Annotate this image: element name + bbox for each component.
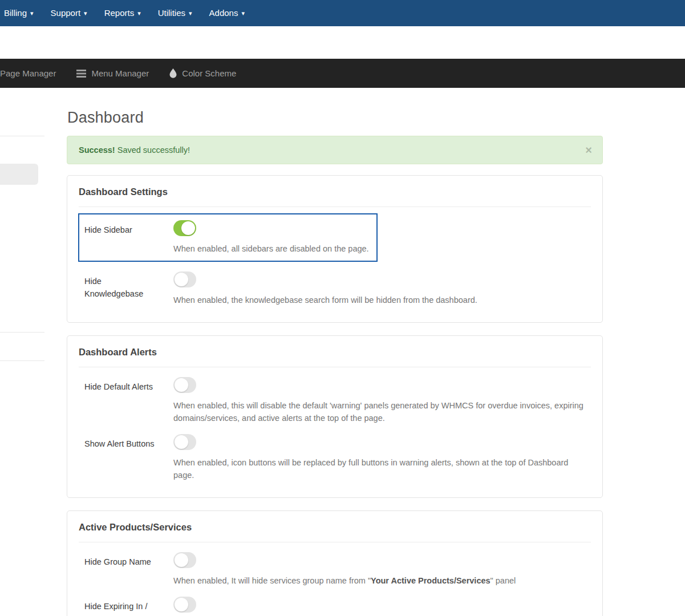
card-title: Dashboard Settings	[67, 176, 602, 206]
setting-row-hide-knowledgebase: Hide Knowledgebase When enabled, the kno…	[67, 262, 602, 306]
caret-down-icon: ▾	[30, 0, 34, 26]
hide-default-alerts-toggle[interactable]	[173, 377, 196, 393]
hide-expiring-in-toggle[interactable]	[173, 597, 196, 613]
toggle-knob	[175, 273, 188, 286]
toolbar-item-menu-manager[interactable]: Menu Manager	[66, 68, 159, 78]
toggle-knob	[175, 553, 188, 567]
card-active-products-services: Active Products/Services Hide Group Name…	[67, 510, 603, 616]
setting-row-hide-group-name: Hide Group Name When enabled, It will hi…	[67, 542, 602, 587]
divider	[79, 206, 591, 207]
sidebar-divider	[0, 136, 44, 136]
hide-group-name-toggle[interactable]	[173, 552, 196, 568]
setting-label: Hide Knowledgebase	[84, 275, 144, 301]
sidebar-divider	[0, 360, 44, 361]
sidebar-divider	[0, 332, 44, 333]
setting-row-hide-sidebar: Hide Sidebar When enabled, all sidebars …	[78, 213, 378, 262]
menu-icon	[76, 70, 86, 78]
setting-label: Hide Group Name	[84, 552, 173, 587]
main-content: Dashboard Success! Saved successfully! ×…	[67, 104, 603, 616]
setting-row-hide-expiring-in: Hide Expiring In /	[67, 587, 602, 615]
setting-label: Show Alert Buttons	[84, 434, 173, 481]
toolbar-item-page-manager[interactable]: Page Manager	[0, 68, 66, 78]
toggle-knob	[175, 378, 188, 392]
nav-item-billing[interactable]: Billing▾	[0, 0, 42, 26]
toggle-knob	[175, 598, 188, 611]
setting-row-show-alert-buttons: Show Alert Buttons When enabled, icon bu…	[67, 424, 602, 481]
setting-help-text: When enabled, icon buttons will be repla…	[173, 456, 584, 481]
success-alert: Success! Saved successfully! ×	[67, 136, 603, 164]
show-alert-buttons-toggle[interactable]	[173, 434, 196, 450]
alert-message: Saved successfully!	[115, 145, 190, 155]
card-title: Active Products/Services	[67, 511, 602, 542]
card-dashboard-settings: Dashboard Settings Hide Sidebar When ena…	[67, 175, 603, 323]
close-icon[interactable]: ×	[585, 144, 592, 156]
setting-label: Hide Default Alerts	[84, 377, 173, 424]
card-title: Dashboard Alerts	[67, 336, 602, 367]
theme-toolbar: Page Manager Menu Manager Color Scheme	[0, 59, 685, 88]
sidebar-active-item-fragment[interactable]	[0, 164, 38, 185]
setting-help-text: When enabled, the knowledgebase search f…	[173, 294, 584, 306]
nav-item-utilities[interactable]: Utilities▾	[149, 0, 201, 26]
setting-row-hide-default-alerts: Hide Default Alerts When enabled, this w…	[67, 367, 602, 424]
setting-help-text: When enabled, all sidebars are disabled …	[173, 242, 371, 255]
setting-label: Hide Sidebar	[84, 220, 173, 255]
hide-knowledgebase-toggle[interactable]	[173, 271, 196, 287]
tint-drop-icon	[169, 68, 177, 78]
nav-item-addons[interactable]: Addons▾	[201, 0, 253, 26]
nav-item-reports[interactable]: Reports▾	[96, 0, 149, 26]
setting-help-text: When enabled, this will disable the defa…	[173, 399, 584, 424]
main-navbar: Billing▾ Support▾ Reports▾ Utilities▾ Ad…	[0, 0, 685, 26]
page-title: Dashboard	[67, 109, 603, 127]
caret-down-icon: ▾	[137, 0, 141, 26]
caret-down-icon: ▾	[84, 0, 87, 26]
alert-strong-text: Success!	[79, 145, 115, 155]
card-dashboard-alerts: Dashboard Alerts Hide Default Alerts Whe…	[67, 335, 603, 498]
setting-help-text: When enabled, It will hide services grou…	[173, 574, 584, 587]
hide-sidebar-toggle[interactable]	[173, 220, 196, 236]
toggle-knob	[175, 435, 188, 449]
caret-down-icon: ▾	[189, 0, 192, 26]
toolbar-item-color-scheme[interactable]: Color Scheme	[159, 68, 246, 78]
caret-down-icon: ▾	[241, 0, 245, 26]
nav-item-support[interactable]: Support▾	[42, 0, 96, 26]
setting-label: Hide Expiring In /	[84, 597, 173, 615]
toggle-knob	[181, 221, 195, 235]
